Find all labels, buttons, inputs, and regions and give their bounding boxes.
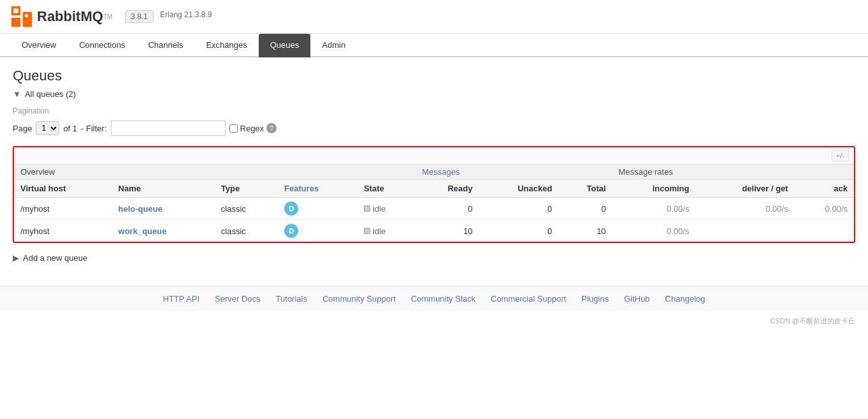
cell-name[interactable]: work_queue <box>112 220 215 242</box>
section-all-queues[interactable]: ▼ All queues (2) <box>13 89 855 99</box>
th-ack: ack <box>795 180 854 198</box>
cell-incoming: 0.00/s <box>612 198 696 220</box>
footer-community-support[interactable]: Community Support <box>322 294 396 304</box>
of-label: of 1 <box>63 124 77 133</box>
cell-total: 10 <box>558 220 612 242</box>
group-overview: Overview <box>14 165 416 180</box>
cell-incoming: 0.00/s <box>612 220 696 242</box>
nav-exchanges[interactable]: Exchanges <box>194 34 258 57</box>
svg-rect-4 <box>25 14 28 17</box>
cell-features: D <box>278 198 358 220</box>
th-type: Type <box>215 180 278 198</box>
column-header-row: Virtual host Name Type Features State Re… <box>14 180 854 198</box>
nav-overview[interactable]: Overview <box>10 34 68 57</box>
cell-type: classic <box>215 220 278 242</box>
footer-tutorials[interactable]: Tutorials <box>276 294 307 304</box>
queues-table-container: +/- Overview Messages Message rates Virt… <box>13 146 855 243</box>
th-features: Features <box>278 180 358 198</box>
nav-channels[interactable]: Channels <box>136 34 194 57</box>
main-nav: Overview Connections Channels Exchanges … <box>0 34 868 57</box>
page-content: Queues ▼ All queues (2) Pagination Page … <box>0 57 868 286</box>
cell-ack <box>795 220 854 242</box>
erlang-version: Erlang 21.3.8.9 <box>160 10 212 23</box>
logo-tm: TM <box>103 13 112 20</box>
queues-table: Overview Messages Message rates Virtual … <box>14 165 854 242</box>
th-name: Name <box>112 180 215 198</box>
cell-state: idle <box>358 198 416 220</box>
state-dot-icon <box>364 205 370 212</box>
add-queue-arrow-icon: ▶ <box>13 253 19 263</box>
svg-rect-2 <box>23 12 32 27</box>
svg-rect-1 <box>11 18 20 27</box>
cell-features: D <box>278 220 358 242</box>
nav-queues[interactable]: Queues <box>259 34 311 57</box>
th-ready: Ready <box>416 180 479 198</box>
regex-container: Regex ? <box>229 123 277 133</box>
group-header-row: Overview Messages Message rates <box>14 165 854 180</box>
table-row[interactable]: /myhost helo-queue classic D idle 0 0 0 … <box>14 198 854 220</box>
pagination-label: Pagination <box>13 107 855 115</box>
footer-community-slack[interactable]: Community Slack <box>411 294 475 304</box>
cell-vhost: /myhost <box>14 220 112 242</box>
footer-github[interactable]: GitHub <box>624 294 649 304</box>
col-toggle-button[interactable]: +/- <box>832 150 849 161</box>
logo-text: RabbitMQ <box>37 8 103 25</box>
header: RabbitMQTM 3.8.1 Erlang 21.3.8.9 <box>0 0 868 34</box>
rabbitmq-logo-icon <box>10 5 33 28</box>
th-incoming: incoming <box>612 180 696 198</box>
footer-commercial-support[interactable]: Commercial Support <box>491 294 567 304</box>
regex-label-text: Regex <box>240 124 264 133</box>
version-info: 3.8.1 Erlang 21.3.8.9 <box>125 10 212 23</box>
th-unacked: Unacked <box>479 180 559 198</box>
group-messages: Messages <box>416 165 612 180</box>
th-total: Total <box>558 180 612 198</box>
footer-changelog[interactable]: Changelog <box>665 294 705 304</box>
cell-ack: 0.00/s <box>795 198 854 220</box>
cell-unacked: 0 <box>479 220 559 242</box>
section-arrow-icon: ▼ <box>13 89 21 99</box>
add-queue-section[interactable]: ▶ Add a new queue <box>13 253 855 263</box>
svg-rect-3 <box>13 8 18 13</box>
page-label: Page <box>13 124 32 133</box>
pagination-row: Page 1 of 1 - Filter: Regex ? <box>13 121 855 136</box>
th-deliver-get: deliver / get <box>695 180 794 198</box>
table-row[interactable]: /myhost work_queue classic D idle 10 0 1… <box>14 220 854 242</box>
cell-deliver-get: 0.00/s <box>695 198 794 220</box>
add-queue-label: Add a new queue <box>23 253 87 263</box>
filter-label: - Filter: <box>81 124 106 133</box>
cell-vhost: /myhost <box>14 198 112 220</box>
page-select[interactable]: 1 <box>36 121 59 135</box>
filter-input[interactable] <box>111 121 226 136</box>
logo: RabbitMQTM <box>10 5 112 28</box>
cell-ready: 10 <box>416 220 479 242</box>
cell-ready: 0 <box>416 198 479 220</box>
cell-state: idle <box>358 220 416 242</box>
col-toggle: +/- <box>14 147 854 165</box>
queue-table-body: /myhost helo-queue classic D idle 0 0 0 … <box>14 198 854 242</box>
th-state: State <box>358 180 416 198</box>
footer-plugins[interactable]: Plugins <box>582 294 609 304</box>
section-label: All queues (2) <box>25 89 76 99</box>
cell-unacked: 0 <box>479 198 559 220</box>
footer-http-api[interactable]: HTTP API <box>163 294 200 304</box>
cell-deliver-get <box>695 220 794 242</box>
th-virtual-host: Virtual host <box>14 180 112 198</box>
nav-admin[interactable]: Admin <box>310 34 357 57</box>
cell-type: classic <box>215 198 278 220</box>
version-badge: 3.8.1 <box>125 10 154 23</box>
watermark: CSDN @不断前进的皮卡丘 <box>0 311 868 331</box>
cell-total: 0 <box>558 198 612 220</box>
cell-name[interactable]: helo-queue <box>112 198 215 220</box>
help-icon[interactable]: ? <box>266 123 277 133</box>
group-rates: Message rates <box>612 165 854 180</box>
nav-connections[interactable]: Connections <box>68 34 136 57</box>
footer: HTTP API Server Docs Tutorials Community… <box>0 286 868 311</box>
footer-server-docs[interactable]: Server Docs <box>215 294 261 304</box>
page-title: Queues <box>13 68 855 84</box>
state-dot-icon <box>364 228 370 234</box>
regex-checkbox[interactable] <box>229 124 238 133</box>
